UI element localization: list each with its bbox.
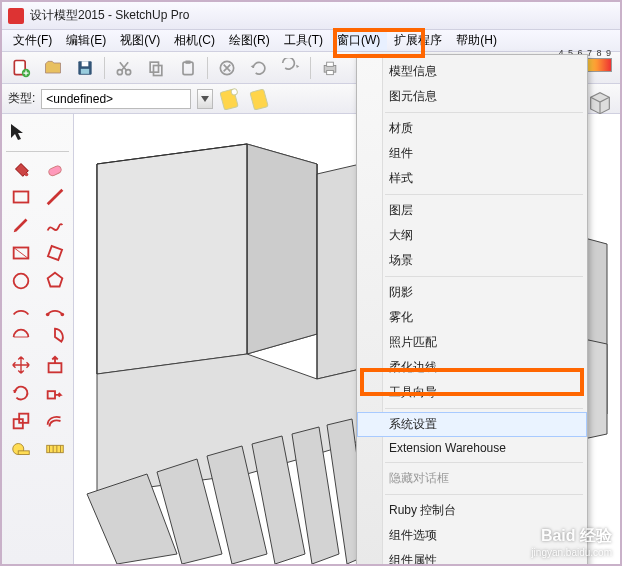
scale-icon[interactable] [6, 408, 36, 434]
circle-icon[interactable] [6, 268, 36, 294]
move-icon[interactable] [6, 352, 36, 378]
arc-icon[interactable] [6, 296, 36, 322]
window-title: 设计模型2015 - SketchUp Pro [30, 7, 189, 24]
app-icon [8, 8, 24, 24]
cut-icon[interactable] [111, 55, 137, 81]
watermark-url: jingyan.baidu.com [531, 547, 612, 558]
rect2-icon[interactable] [6, 240, 36, 266]
dropdown-separator [385, 194, 583, 195]
printer-icon[interactable] [317, 55, 343, 81]
save-icon[interactable] [72, 55, 98, 81]
svg-rect-4 [81, 68, 89, 73]
svg-point-24 [14, 274, 29, 289]
svg-rect-10 [186, 60, 191, 63]
dropdown-separator [385, 112, 583, 113]
pushpull-icon[interactable] [40, 352, 70, 378]
dropdown-item[interactable]: 模型信息 [357, 59, 587, 84]
paint-bucket-icon[interactable] [6, 156, 36, 182]
dropdown-item: 隐藏对话框 [357, 466, 587, 491]
menubar: 文件(F) 编辑(E) 视图(V) 相机(C) 绘图(R) 工具(T) 窗口(W… [2, 30, 620, 52]
dropdown-item[interactable]: 照片匹配 [357, 330, 587, 355]
svg-point-16 [231, 88, 238, 95]
menu-tools[interactable]: 工具(T) [277, 30, 330, 51]
dropdown-item[interactable]: Ruby 控制台 [357, 498, 587, 523]
svg-rect-21 [14, 192, 29, 203]
toolbar-divider [104, 57, 105, 79]
dropdown-item[interactable]: 组件 [357, 141, 587, 166]
type-label: 类型: [8, 90, 35, 107]
svg-rect-14 [327, 70, 334, 74]
freehand-icon[interactable] [40, 212, 70, 238]
open-file-icon[interactable] [40, 55, 66, 81]
type-input[interactable] [41, 89, 191, 109]
rotate-icon[interactable] [6, 380, 36, 406]
tape-icon[interactable] [6, 436, 36, 462]
svg-point-25 [46, 313, 50, 317]
svg-rect-8 [154, 65, 162, 75]
pie-icon[interactable] [40, 324, 70, 350]
svg-rect-32 [18, 451, 29, 455]
arc3-icon[interactable] [6, 324, 36, 350]
svg-rect-7 [150, 62, 158, 72]
menu-draw[interactable]: 绘图(R) [222, 30, 277, 51]
watermark-logo: Baid 经验 [531, 526, 612, 547]
rectangle-tool-icon[interactable] [6, 184, 36, 210]
tag-icon[interactable] [217, 84, 246, 113]
dropdown-item[interactable]: 系统设置 [357, 412, 587, 437]
dropdown-item[interactable]: Extension Warehouse [357, 437, 587, 459]
box-icon[interactable] [586, 88, 614, 116]
dropdown-item[interactable]: 工具向导 [357, 380, 587, 405]
menu-file[interactable]: 文件(F) [6, 30, 59, 51]
svg-rect-13 [327, 62, 334, 66]
dropdown-item[interactable]: 场景 [357, 248, 587, 273]
svg-rect-17 [250, 89, 268, 110]
titlebar: 设计模型2015 - SketchUp Pro [2, 2, 620, 30]
dropdown-item[interactable]: 大纲 [357, 223, 587, 248]
dimension-icon[interactable] [40, 436, 70, 462]
new-file-icon[interactable] [8, 55, 34, 81]
menu-help[interactable]: 帮助(H) [449, 30, 504, 51]
menu-extensions[interactable]: 扩展程序 [387, 30, 449, 51]
dropdown-separator [385, 462, 583, 463]
select-tool-icon[interactable] [8, 122, 28, 142]
copy-icon[interactable] [143, 55, 169, 81]
menu-edit[interactable]: 编辑(E) [59, 30, 113, 51]
type-dropdown-button[interactable] [197, 89, 213, 109]
tag2-icon[interactable] [247, 84, 276, 113]
eraser-icon[interactable] [40, 156, 70, 182]
polygon-icon[interactable] [40, 268, 70, 294]
window-menu-dropdown: 模型信息图元信息材质组件样式图层大纲场景阴影雾化照片匹配柔化边线工具向导系统设置… [356, 54, 588, 566]
svg-rect-9 [183, 62, 193, 74]
print-icon[interactable] [278, 55, 304, 81]
menu-camera[interactable]: 相机(C) [167, 30, 222, 51]
dropdown-separator [385, 408, 583, 409]
rotated-rect-icon[interactable] [40, 240, 70, 266]
svg-rect-27 [49, 363, 62, 372]
svg-rect-23 [48, 246, 62, 260]
svg-rect-20 [48, 165, 63, 177]
redo-icon[interactable] [246, 55, 272, 81]
dropdown-item[interactable]: 图层 [357, 198, 587, 223]
paste-icon[interactable] [175, 55, 201, 81]
dropdown-item[interactable]: 样式 [357, 166, 587, 191]
pencil-icon[interactable] [6, 212, 36, 238]
undo-icon[interactable] [214, 55, 240, 81]
svg-rect-3 [82, 61, 89, 66]
arc2-icon[interactable] [40, 296, 70, 322]
dropdown-item[interactable]: 图元信息 [357, 84, 587, 109]
offset-icon[interactable] [40, 408, 70, 434]
menu-window[interactable]: 窗口(W) [330, 30, 387, 51]
menu-view[interactable]: 视图(V) [113, 30, 167, 51]
followme-icon[interactable] [40, 380, 70, 406]
dropdown-item[interactable]: 雾化 [357, 305, 587, 330]
dropdown-item[interactable]: 材质 [357, 116, 587, 141]
dropdown-separator [385, 494, 583, 495]
svg-point-26 [61, 313, 65, 317]
watermark: Baid 经验 jingyan.baidu.com [531, 526, 612, 558]
dropdown-item[interactable]: 阴影 [357, 280, 587, 305]
dropdown-item[interactable]: 柔化边线 [357, 355, 587, 380]
svg-rect-28 [48, 391, 55, 398]
tool-palette [2, 114, 74, 564]
line-tool-icon[interactable] [40, 184, 70, 210]
svg-point-19 [25, 173, 29, 177]
